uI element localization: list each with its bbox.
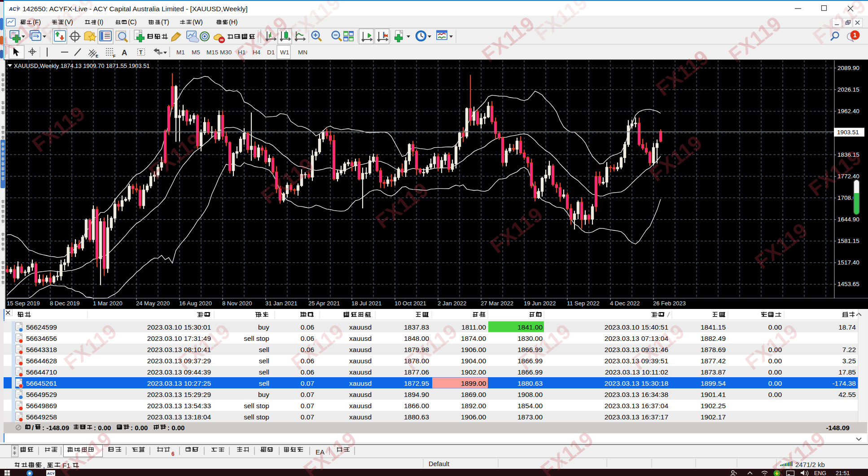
svg-text:xauusd: xauusd xyxy=(349,379,372,387)
svg-text:sell stop: sell stop xyxy=(244,335,269,342)
svg-text:D1: D1 xyxy=(267,49,275,56)
svg-text:MN: MN xyxy=(298,49,307,56)
svg-text:1854.00: 1854.00 xyxy=(517,402,543,410)
svg-text:1841.15: 1841.15 xyxy=(701,323,726,331)
svg-text:1899.54: 1899.54 xyxy=(701,379,726,387)
svg-text:ACY: ACY xyxy=(47,472,55,476)
svg-text:3.25: 3.25 xyxy=(842,357,856,365)
svg-text:0.07: 0.07 xyxy=(301,391,314,398)
svg-text:21:51: 21:51 xyxy=(836,470,850,476)
svg-text:2023.03.10 15:30:01: 2023.03.10 15:30:01 xyxy=(147,323,211,331)
svg-text:1878.69: 1878.69 xyxy=(701,346,726,353)
svg-text:4 Dec 2022: 4 Dec 2022 xyxy=(610,300,640,307)
svg-text:-174.38: -174.38 xyxy=(832,379,856,387)
svg-text:2 Jan 2022: 2 Jan 2022 xyxy=(438,300,466,307)
svg-text:0.07: 0.07 xyxy=(301,402,314,410)
svg-text:1453.65: 1453.65 xyxy=(837,281,859,287)
svg-text:E: E xyxy=(96,54,98,58)
svg-text:1962.40: 1962.40 xyxy=(837,108,859,115)
svg-text:1811.00: 1811.00 xyxy=(461,323,486,331)
svg-text:56644628: 56644628 xyxy=(26,357,57,365)
svg-text:1908.00: 1908.00 xyxy=(517,391,543,398)
svg-text:1841.00: 1841.00 xyxy=(517,323,543,331)
svg-text:15 Sep 2019: 15 Sep 2019 xyxy=(7,300,40,307)
svg-text:XAUUSD,Weekly 1874.13 1909.70: XAUUSD,Weekly 1874.13 1909.70 1871.55 19… xyxy=(14,62,150,69)
svg-text:2023.03.13 13:18:04: 2023.03.13 13:18:04 xyxy=(147,413,211,421)
svg-text:2023.03.13 10:27:25: 2023.03.13 10:27:25 xyxy=(147,379,211,387)
svg-text:sell: sell xyxy=(259,346,269,353)
svg-text:1517.40: 1517.40 xyxy=(837,259,859,266)
svg-text:16 Aug 2020: 16 Aug 2020 xyxy=(179,300,212,307)
svg-text:2089.90: 2089.90 xyxy=(837,65,859,71)
svg-text:(I): (I) xyxy=(97,18,103,26)
svg-text:(T): (T) xyxy=(161,18,169,26)
svg-text:25 Apr 2021: 25 Apr 2021 xyxy=(308,300,340,307)
svg-text:1902.00: 1902.00 xyxy=(461,368,486,376)
svg-text:1901.41: 1901.41 xyxy=(701,391,726,398)
svg-text:T: T xyxy=(139,49,143,56)
svg-text:1892.00: 1892.00 xyxy=(461,402,486,410)
svg-text:: 0.00: : 0.00 xyxy=(131,424,148,432)
svg-text:1899.00: 1899.00 xyxy=(461,379,486,387)
svg-text:(C): (C) xyxy=(128,18,136,26)
svg-text:(W): (W) xyxy=(193,18,203,26)
svg-text:sell stop: sell stop xyxy=(244,402,269,410)
svg-text:1874.00: 1874.00 xyxy=(461,335,486,342)
svg-text:: -148.09: : -148.09 xyxy=(42,424,69,432)
svg-text:1906.00: 1906.00 xyxy=(461,346,486,353)
svg-text:sell stop: sell stop xyxy=(244,413,269,421)
svg-text:1902.17: 1902.17 xyxy=(701,413,726,421)
svg-text:1872.95: 1872.95 xyxy=(404,379,429,387)
svg-text:56624599: 56624599 xyxy=(26,323,57,331)
svg-text:2023.03.13 16:37:17: 2023.03.13 16:37:17 xyxy=(605,413,668,421)
svg-text:0.07: 0.07 xyxy=(301,413,314,421)
svg-text:1906.00: 1906.00 xyxy=(461,413,486,421)
svg-text:0.07: 0.07 xyxy=(301,379,314,387)
svg-text:2026.15: 2026.15 xyxy=(837,86,859,93)
svg-text:M15: M15 xyxy=(206,49,218,56)
svg-text:ENG: ENG xyxy=(814,470,826,476)
svg-text:xauusd: xauusd xyxy=(349,368,372,376)
svg-text:7.22: 7.22 xyxy=(842,346,856,353)
svg-text:(H): (H) xyxy=(229,18,237,26)
svg-text:1866.00: 1866.00 xyxy=(404,402,429,410)
svg-text:1894.90: 1894.90 xyxy=(404,391,429,398)
svg-text:26 Feb 2023: 26 Feb 2023 xyxy=(653,300,686,307)
svg-text:1873.87: 1873.87 xyxy=(701,368,726,376)
svg-text:1644.90: 1644.90 xyxy=(837,216,859,223)
svg-text:42.55: 42.55 xyxy=(838,391,856,398)
svg-text:A: A xyxy=(122,48,127,57)
svg-text:56643318: 56643318 xyxy=(26,346,57,353)
svg-text:17.85: 17.85 xyxy=(838,368,856,376)
svg-text:56644710: 56644710 xyxy=(26,368,57,376)
svg-text:1581.15: 1581.15 xyxy=(837,238,859,244)
svg-text:1877.42: 1877.42 xyxy=(701,357,726,365)
svg-text:sell: sell xyxy=(259,368,269,376)
svg-text:1903.51: 1903.51 xyxy=(837,129,859,136)
svg-text:buy: buy xyxy=(258,391,269,398)
svg-text:sell: sell xyxy=(259,357,269,365)
svg-text:1880.63: 1880.63 xyxy=(404,413,429,421)
svg-text:56649529: 56649529 xyxy=(26,391,57,398)
svg-text:1880.63: 1880.63 xyxy=(517,379,543,387)
svg-text:10 Oct 2021: 10 Oct 2021 xyxy=(395,300,426,307)
svg-text:xauusd: xauusd xyxy=(349,357,372,365)
svg-text:27 Mar 2022: 27 Mar 2022 xyxy=(481,300,513,307)
svg-text:8 Nov 2020: 8 Nov 2020 xyxy=(222,300,252,307)
svg-text:1869.00: 1869.00 xyxy=(461,391,486,398)
svg-text:2023.03.13 16:37:04: 2023.03.13 16:37:04 xyxy=(605,402,669,410)
svg-text:xauusd: xauusd xyxy=(349,391,372,398)
svg-text:8 Dec 2019: 8 Dec 2019 xyxy=(50,300,80,307)
svg-text:2023.03.10 15:40:51: 2023.03.10 15:40:51 xyxy=(605,323,668,331)
svg-text:buy: buy xyxy=(258,323,269,331)
svg-text:56649258: 56649258 xyxy=(26,413,57,421)
svg-text:24 May 2020: 24 May 2020 xyxy=(136,300,170,307)
svg-text:M30: M30 xyxy=(220,49,232,56)
svg-text:56634656: 56634656 xyxy=(26,335,57,342)
svg-text:31 Jan 2021: 31 Jan 2021 xyxy=(265,300,298,307)
svg-text:,: , xyxy=(43,462,45,469)
svg-text:2023.03.13 16:34:38: 2023.03.13 16:34:38 xyxy=(605,391,668,398)
svg-text:xauusd: xauusd xyxy=(349,335,372,342)
svg-text:2023.03.13 15:30:18: 2023.03.13 15:30:18 xyxy=(605,379,668,387)
svg-text:2023.03.13 10:11:02: 2023.03.13 10:11:02 xyxy=(605,368,668,376)
